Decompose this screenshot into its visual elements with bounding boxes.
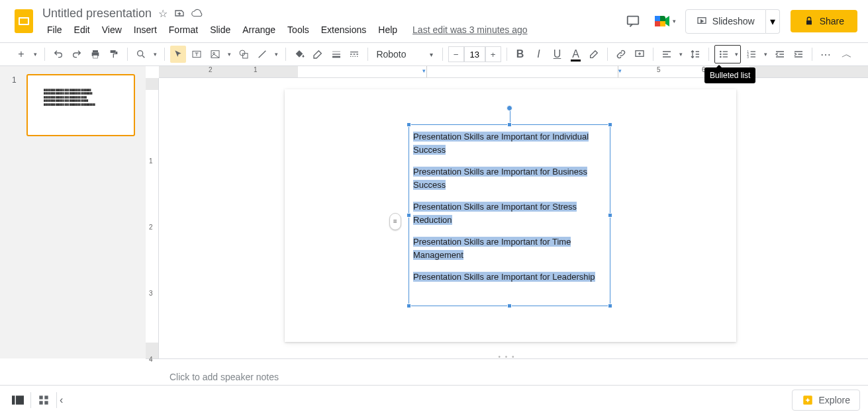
decrease-indent-button[interactable]	[772, 46, 788, 63]
redo-button[interactable]	[69, 46, 85, 63]
print-button[interactable]	[87, 46, 103, 63]
fill-color-button[interactable]	[291, 46, 307, 63]
zoom-button[interactable]	[133, 46, 149, 63]
resize-handle[interactable]	[608, 304, 612, 308]
textbox-selected[interactable]: ≡ Presentation Skills are Important for …	[409, 124, 610, 306]
border-dash-button[interactable]	[347, 46, 363, 63]
border-weight-button[interactable]	[328, 46, 344, 63]
undo-button[interactable]	[50, 46, 66, 63]
filmstrip-view-button[interactable]	[8, 390, 28, 410]
underline-button[interactable]: U	[550, 46, 565, 63]
svg-rect-30	[751, 51, 755, 52]
menu-view[interactable]: View	[97, 23, 126, 36]
zoom-dropdown[interactable]: ▾	[152, 46, 159, 63]
textbox-content[interactable]: Presentation Skills are Important for In…	[409, 125, 610, 289]
slide-canvas[interactable]: ≡ Presentation Skills are Important for …	[285, 89, 736, 342]
font-family-select[interactable]: Roboto	[373, 46, 422, 62]
explore-button[interactable]: Explore	[792, 390, 860, 411]
slideshow-dropdown[interactable]: ▾	[766, 9, 780, 34]
svg-rect-6	[660, 21, 665, 26]
resize-handle[interactable]	[407, 122, 411, 127]
increase-indent-button[interactable]	[791, 46, 806, 63]
svg-rect-35	[39, 395, 42, 399]
font-size-input[interactable]	[464, 46, 485, 62]
notes-splitter[interactable]: • • •	[146, 354, 868, 358]
meet-icon[interactable]: ▾	[651, 9, 675, 33]
canvas-area[interactable]: 2 1 1 2 3 4 5 6 ▾ ▾ 1 2 3 4	[146, 66, 868, 358]
menu-format[interactable]: Format	[164, 23, 203, 36]
slideshow-button[interactable]: Slideshow	[685, 9, 766, 34]
align-button[interactable]	[659, 46, 675, 63]
new-slide-dropdown[interactable]: ▾	[32, 46, 39, 63]
shape-tool[interactable]	[236, 46, 252, 63]
numbered-list-dropdown[interactable]: ▾	[762, 46, 769, 63]
menu-extensions[interactable]: Extensions	[316, 23, 371, 36]
highlight-button[interactable]	[586, 46, 602, 63]
line-spacing-button[interactable]	[687, 46, 703, 63]
slide-thumbnail[interactable]: ████████ ██████ ███ ████████ ███████ ███…	[26, 74, 135, 136]
svg-text:3: 3	[747, 56, 749, 59]
last-edit-link[interactable]: Last edit was 3 minutes ago	[412, 24, 528, 35]
align-dropdown[interactable]: ▾	[677, 46, 685, 63]
new-slide-button[interactable]: +	[13, 46, 29, 63]
doc-title[interactable]: Untitled presentation	[42, 7, 152, 21]
font-family-dropdown[interactable]: ▾	[426, 51, 437, 58]
slide-panel[interactable]: 1 ████████ ██████ ███ ████████ ███████ █…	[0, 66, 146, 358]
menu-help[interactable]: Help	[373, 23, 402, 36]
bold-button[interactable]: B	[512, 46, 528, 63]
resize-handle[interactable]	[407, 213, 411, 218]
svg-point-18	[240, 50, 245, 56]
svg-rect-12	[93, 55, 98, 58]
insert-link-button[interactable]	[613, 46, 629, 63]
menu-slide[interactable]: Slide	[205, 23, 235, 36]
svg-rect-19	[242, 54, 247, 58]
slide-number: 1	[12, 75, 17, 85]
comments-icon[interactable]	[626, 14, 640, 28]
line-tool[interactable]	[254, 46, 270, 63]
rotate-handle[interactable]	[506, 105, 512, 111]
svg-rect-37	[39, 401, 42, 404]
star-icon[interactable]: ☆	[158, 7, 168, 20]
numbered-list-button[interactable]: 123	[744, 46, 759, 63]
svg-rect-7	[655, 21, 660, 26]
notes-placeholder: Click to add speaker notes	[169, 372, 279, 382]
collapse-panel-button[interactable]: ‹	[60, 394, 63, 406]
text-color-button[interactable]: A	[568, 46, 584, 63]
menu-arrange[interactable]: Arrange	[238, 23, 280, 36]
tooltip: Bulleted list	[704, 67, 755, 83]
grid-view-button[interactable]	[34, 390, 54, 410]
resize-handle[interactable]	[407, 304, 411, 308]
autofit-handle[interactable]: ≡	[389, 213, 401, 230]
insert-comment-button[interactable]	[632, 46, 648, 63]
line-dropdown[interactable]: ▾	[273, 46, 280, 63]
resize-handle[interactable]	[608, 122, 612, 127]
cloud-icon[interactable]	[191, 9, 203, 18]
italic-button[interactable]: I	[531, 46, 547, 63]
select-tool[interactable]	[170, 46, 186, 63]
move-icon[interactable]	[174, 8, 185, 19]
collapse-toolbar-button[interactable]: ︿	[839, 46, 855, 63]
toolbar: + ▾ ▾ ▾ ▾ Roboto ▾ − + B I U A ▾ ▾ 123 ▾…	[0, 42, 868, 66]
font-size-decrease[interactable]: −	[448, 46, 464, 62]
bulleted-list-dropdown[interactable]: ▾	[732, 46, 740, 63]
image-dropdown[interactable]: ▾	[226, 46, 233, 63]
paint-format-button[interactable]	[106, 46, 122, 63]
border-color-button[interactable]	[310, 46, 326, 63]
font-size-increase[interactable]: +	[485, 46, 501, 62]
menu-file[interactable]: File	[42, 23, 67, 36]
svg-rect-31	[751, 54, 755, 54]
menu-edit[interactable]: Edit	[70, 23, 95, 36]
textbox-tool[interactable]	[189, 46, 205, 63]
resize-handle[interactable]	[507, 304, 512, 308]
share-button[interactable]: Share	[791, 10, 857, 32]
resize-handle[interactable]	[608, 213, 612, 218]
bulleted-list-button[interactable]	[715, 46, 732, 63]
slides-logo[interactable]	[11, 8, 37, 34]
image-tool[interactable]	[207, 46, 223, 63]
vertical-ruler: 1 2 3 4	[146, 78, 159, 358]
menu-insert[interactable]: Insert	[129, 23, 162, 36]
menu-tools[interactable]: Tools	[283, 23, 314, 36]
more-tools-button[interactable]: ⋯	[818, 46, 834, 63]
footer-bar: ‹ Explore	[0, 385, 868, 414]
resize-handle[interactable]	[507, 122, 512, 127]
